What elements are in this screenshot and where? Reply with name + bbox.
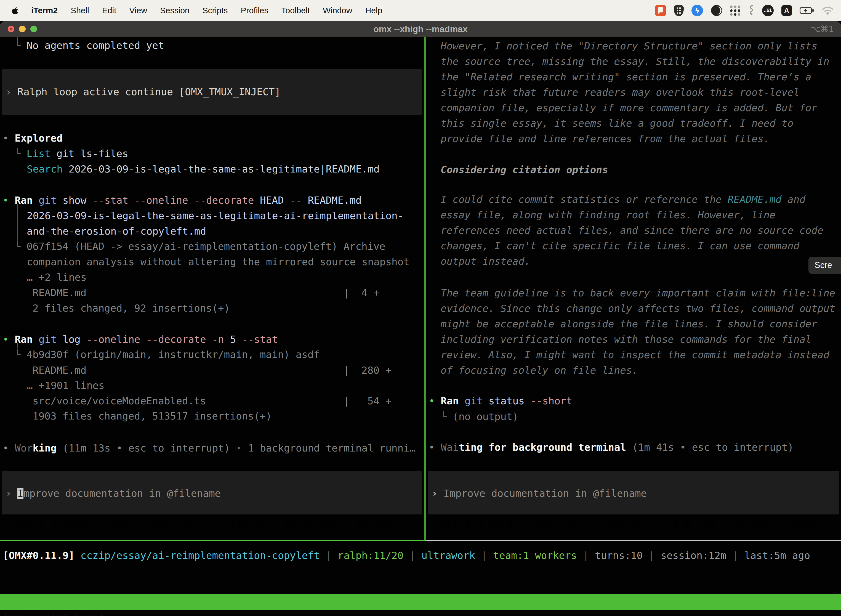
screenshot-app-icon[interactable] <box>655 5 666 16</box>
prompt-input-box[interactable]: › Ralph loop active continue [OMX_TMUX_I… <box>2 69 422 115</box>
git-show-filename-line: 2026-03-09-is-legal-the-same-as-legitima… <box>27 208 403 224</box>
menu-item-shell[interactable]: Shell <box>70 6 89 15</box>
thinking-paragraph: I could cite commit statistics or refere… <box>441 192 823 269</box>
tmux-status-bar: [omx-cczip0:bash* "MacBook-Pro-44.local"… <box>0 594 841 610</box>
menu-item-session[interactable]: Session <box>160 6 189 15</box>
explored-header-line: • Explored <box>3 131 63 146</box>
right-agent-pane[interactable]: However, I noticed the "Directory Struct… <box>426 37 841 540</box>
omx-status-bar: [OMX#0.11.9] cczip/essay/ai-reimplementa… <box>3 548 810 563</box>
prompt-input-box[interactable]: › Improve documentation in @filename <box>2 471 422 515</box>
terminal-content: └ No agents completed yet › Ralph loop a… <box>0 37 841 616</box>
git-show-output-line: └ 067f154 (HEAD -> essay/ai-reimplementa… <box>15 239 385 254</box>
git-show-filename-line: and-the-erosion-of-copyleft.md <box>27 224 206 239</box>
squiggle-app-icon[interactable] <box>748 4 755 16</box>
window-title-bar: omx --xhigh --madmax ⌥⌘1 <box>0 21 841 37</box>
explored-list-line: └ List git ls-files <box>15 146 128 161</box>
moon-app-icon[interactable] <box>711 5 722 16</box>
git-log-stat-line: README.md | 280 + <box>32 363 391 378</box>
menu-status-icons: ϟ ..61 A <box>655 4 834 16</box>
left-agent-pane[interactable]: └ No agents completed yet › Ralph loop a… <box>0 37 424 540</box>
messenger-app-icon[interactable]: ϟ <box>692 5 703 16</box>
menu-item-help[interactable]: Help <box>365 6 382 15</box>
git-log-more-line: … +1901 lines <box>27 378 105 393</box>
screen-notification-tooltip: Scre <box>809 257 841 274</box>
ran-git-log-line: • Ran git log --oneline --decorate -n 5 … <box>3 332 278 347</box>
thinking-paragraph: The team guideline is to back every impo… <box>441 285 835 378</box>
apple-logo-icon[interactable] <box>12 6 19 15</box>
pane-divider[interactable] <box>424 37 426 540</box>
git-show-summary-line: 2 files changed, 92 insertions(+) <box>32 301 230 316</box>
agent-result-line: └ No agents completed yet <box>15 38 164 53</box>
keyboard-layout-icon[interactable]: A <box>781 5 792 16</box>
menu-item-window[interactable]: Window <box>323 6 352 15</box>
window-shortcut: ⌥⌘1 <box>811 21 834 37</box>
menu-item-scripts[interactable]: Scripts <box>202 6 228 15</box>
git-show-stat-line: README.md | 4 + <box>32 285 379 301</box>
badge-61-app-icon[interactable]: ..61 <box>762 5 774 16</box>
git-log-summary-line: 1903 files changed, 513517 insertions(+) <box>32 408 272 424</box>
ran-git-status-line: • Ran git status --short <box>429 393 572 409</box>
prompt-line-with-cursor: › Improve documentation in @filename <box>6 486 221 501</box>
prompt-line: › Improve documentation in @filename <box>432 486 647 501</box>
battery-icon[interactable] <box>800 7 814 14</box>
menu-item-profiles[interactable]: Profiles <box>240 6 268 15</box>
thinking-paragraph: However, I noticed the "Directory Struct… <box>441 38 829 147</box>
wifi-icon[interactable] <box>822 6 834 15</box>
macos-menu-bar: iTerm2ShellEditViewSessionScriptsProfile… <box>0 0 841 21</box>
working-status-line: • Working (11m 13s • esc to interrupt) ·… <box>3 440 416 456</box>
prompt-input-box[interactable]: › Improve documentation in @filename <box>428 471 839 515</box>
menu-item-edit[interactable]: Edit <box>102 6 116 15</box>
ran-git-show-line: • Ran git show --stat --oneline --decora… <box>3 193 362 208</box>
menu-items: iTerm2ShellEditViewSessionScriptsProfile… <box>31 6 382 15</box>
prompt-line: › Ralph loop active continue [OMX_TMUX_I… <box>6 84 281 100</box>
menu-item-toolbelt[interactable]: Toolbelt <box>281 6 310 15</box>
git-log-output-line: └ 4b9d30f (origin/main, instructkr/main,… <box>15 347 319 362</box>
git-log-stat-line: src/voice/voiceModeEnabled.ts | 54 + <box>32 393 391 409</box>
model-status-line: gpt-5.4 xhigh · 96% left · 520K in · 5.8… <box>441 517 835 532</box>
right-pane-bottom-border <box>426 540 841 541</box>
tree-guide-line <box>18 204 18 240</box>
git-status-output-line: └ (no output) <box>441 409 519 424</box>
git-show-more-line: … +2 lines <box>27 270 86 285</box>
explored-search-line: Search 2026-03-09-is-legal-the-same-as-l… <box>27 161 379 177</box>
menu-item-iterm2[interactable]: iTerm2 <box>31 6 58 15</box>
tmux-session-name[interactable]: [omx-cczip0:bash* <box>3 610 104 616</box>
model-status-line: gpt-5.4 xhigh · main · 91% left · 2.31M … <box>15 517 415 532</box>
waiting-status-line: • Waiting for background terminal (1m 41… <box>429 440 794 455</box>
thinking-section-header: Considering citation options <box>441 162 608 177</box>
left-pane-bottom-border <box>0 540 426 541</box>
shield-app-icon[interactable] <box>674 5 684 16</box>
dot-grid-app-icon[interactable] <box>730 5 741 16</box>
menu-item-view[interactable]: View <box>129 6 147 15</box>
git-show-output-line: companion analysis without altering the … <box>27 254 409 270</box>
window-title: omx --xhigh --madmax <box>0 21 841 37</box>
